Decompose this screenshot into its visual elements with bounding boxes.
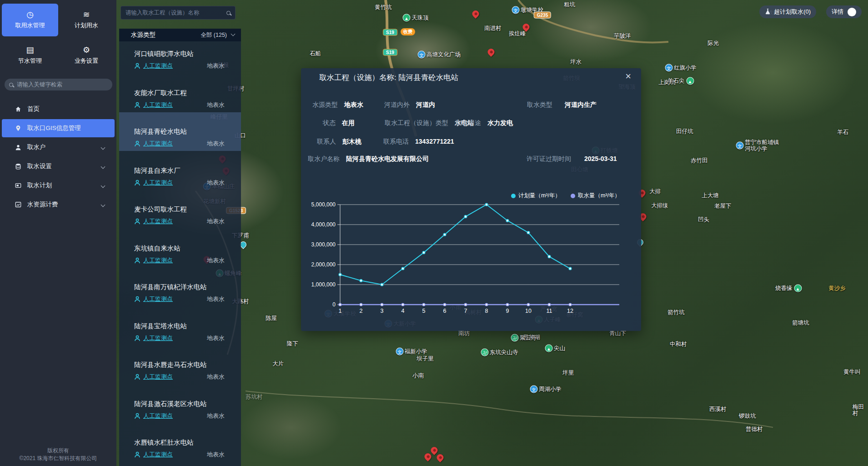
sidebar-item-6[interactable]: 水资源计费	[2, 195, 115, 214]
app-tile-4[interactable]: ⚙业务设置	[58, 39, 115, 72]
facility-name: 水唇镇水栏肚水电站	[134, 438, 194, 447]
school-poi-icon[interactable]: 文	[418, 51, 426, 59]
facility-list-item[interactable]: 河口镇唱歌潭水电站人工监测点地表水	[119, 35, 241, 73]
sidebar-item-1[interactable]: 首页	[2, 100, 115, 118]
modal-field: 河道内外河道内	[384, 101, 435, 109]
map-place-label: 隆下	[287, 341, 298, 347]
detail-toggle[interactable]: 详情	[826, 5, 862, 18]
facility-list-item[interactable]: 水唇镇水栏肚水电站人工监测点地表水	[119, 423, 241, 462]
close-icon[interactable]: ×	[625, 71, 631, 82]
copyright-footer: 版权所有 ©2021 珠海市仁智科技有限公司	[0, 447, 116, 462]
map-place-label: 坝子里	[416, 356, 434, 362]
temple-poi-icon[interactable]: 卍	[511, 334, 519, 342]
monitor-point-link[interactable]: 人工监测点	[143, 295, 173, 303]
map-place-label: 粗坑	[564, 1, 575, 8]
map-place-label: 周湖小学	[539, 386, 562, 392]
toggle-knob-icon[interactable]	[848, 8, 856, 16]
mountain-poi-icon[interactable]: ▲	[545, 345, 553, 352]
search-icon[interactable]	[226, 11, 231, 15]
database-icon	[15, 163, 22, 170]
svg-text:10: 10	[525, 308, 532, 314]
app-tile-3[interactable]: ▤节水管理	[2, 39, 58, 72]
svg-text:4: 4	[401, 308, 405, 314]
sidebar-item-4[interactable]: 取水设置	[2, 157, 115, 175]
person-icon	[134, 296, 140, 302]
legend-item[interactable]: 取水量（m³/年）	[571, 192, 620, 200]
monitor-point-link[interactable]: 人工监测点	[143, 217, 173, 225]
road-shield-S19: S19	[383, 29, 397, 36]
monitor-point-link[interactable]: 人工监测点	[143, 62, 173, 70]
map-place-label: 黄竹坑	[375, 4, 392, 10]
mountain-poi-icon[interactable]: ▲	[686, 77, 694, 85]
school-poi-icon[interactable]: 文	[665, 64, 673, 72]
svg-text:2,000,000: 2,000,000	[311, 261, 336, 268]
facility-list-item[interactable]: 陆河县激石溪老区水电站人工监测点地表水	[119, 385, 241, 423]
app-tile-1[interactable]: ◷取用水管理	[2, 4, 58, 36]
chevron-down-icon[interactable]	[101, 203, 105, 207]
map-place-label: 田仔坑	[676, 128, 693, 135]
facility-search-input[interactable]	[125, 10, 226, 16]
chevron-down-icon[interactable]	[101, 145, 105, 150]
facility-name: 麦卡公司取水工程	[134, 205, 187, 214]
chevron-down-icon[interactable]	[101, 165, 105, 169]
svg-text:3: 3	[381, 308, 384, 314]
facility-list-item[interactable]: 麦卡公司取水工程人工监测点地表水	[119, 190, 241, 229]
monitor-point-link[interactable]: 人工监测点	[143, 412, 173, 420]
map-place-label: 尖山	[554, 345, 565, 351]
legend-label: 计划量（m³/年）	[518, 192, 561, 200]
app-tile-2[interactable]: ≋计划用水	[58, 4, 115, 36]
school-poi-icon[interactable]: 文	[736, 142, 744, 150]
map-place-label: 烧香缘	[775, 285, 793, 291]
chart-icon	[15, 201, 22, 208]
map-place-label: 挨炷峰	[509, 30, 526, 37]
person-icon	[134, 413, 140, 419]
monitor-point-link[interactable]: 人工监测点	[143, 373, 173, 381]
mountain-poi-icon[interactable]: ▲	[794, 285, 802, 292]
svg-text:3,000,000: 3,000,000	[311, 241, 336, 248]
facility-list-item[interactable]: 陆河县南万镇杞洋水电站人工监测点地表水	[119, 268, 241, 306]
keyword-search-input[interactable]	[17, 81, 108, 88]
keyword-search-box[interactable]	[5, 79, 112, 90]
monitor-point-link[interactable]: 人工监测点	[143, 334, 173, 342]
svg-text:9: 9	[506, 308, 509, 314]
map-place-label: 锣鼓坑	[739, 413, 756, 419]
school-poi-icon[interactable]: 文	[396, 348, 404, 356]
legend-item[interactable]: 计划量（m³/年）	[511, 192, 561, 200]
sidebar-item-5[interactable]: 取水计划	[2, 176, 115, 195]
facility-list-item[interactable]: 陆河县水唇走马石水电站人工监测点地表水	[119, 346, 241, 384]
monitor-point-link[interactable]: 人工监测点	[143, 179, 173, 187]
chevron-down-icon[interactable]	[101, 184, 105, 188]
sidebar-item-3[interactable]: 取水户	[2, 138, 115, 156]
sidebar-item-label: 取水计划	[27, 181, 52, 190]
person-icon	[134, 63, 140, 69]
school-poi-icon[interactable]: 文	[530, 386, 538, 393]
svg-text:8: 8	[485, 308, 488, 314]
temple-poi-icon[interactable]: 卍	[481, 349, 489, 356]
map-place-label: 大排缐	[651, 202, 668, 209]
facility-list-item[interactable]: 东坑镇自来水站人工监测点地表水	[119, 229, 241, 268]
sidebar-item-label: 首页	[27, 105, 40, 113]
monitor-point-link[interactable]: 人工监测点	[143, 140, 173, 148]
over-plan-intake-label: 超计划取水(0)	[774, 8, 811, 16]
map-place-label: 上大塘	[702, 192, 719, 199]
facility-sub: 人工监测点	[134, 373, 173, 381]
monitor-point-link[interactable]: 人工监测点	[143, 101, 173, 109]
map-place-label: 羊石尖	[667, 78, 685, 84]
monitor-point-link[interactable]: 人工监测点	[143, 451, 173, 459]
facility-list-item[interactable]: 陆河县宝塔水电站人工监测点地表水	[119, 307, 241, 346]
school-poi-icon[interactable]: 文	[512, 6, 520, 14]
map-place-label: 老屋下	[714, 203, 732, 209]
mountain-poi-icon[interactable]: ▲	[403, 14, 411, 22]
facility-list-item[interactable]: 陆河县自来水厂人工监测点地表水	[119, 151, 241, 190]
facility-search-box[interactable]	[120, 6, 236, 20]
sidebar-item-2[interactable]: 取水口GIS信息管理	[2, 119, 115, 137]
facility-list-item[interactable]: 友能水厂取水工程人工监测点地表水	[119, 74, 241, 112]
map-place-label: 小南	[412, 372, 424, 379]
facility-sub: 人工监测点	[134, 140, 173, 148]
facility-list-item[interactable]: 陆河县青砼水电站人工监测点地表水	[119, 112, 241, 151]
over-plan-intake-button[interactable]: 超计划取水(0)	[759, 5, 816, 18]
field-label: 取水类型	[527, 101, 552, 108]
facility-sub: 人工监测点	[134, 62, 173, 70]
monitor-point-link[interactable]: 人工监测点	[143, 256, 173, 265]
water-source-type: 地表水	[207, 373, 225, 381]
